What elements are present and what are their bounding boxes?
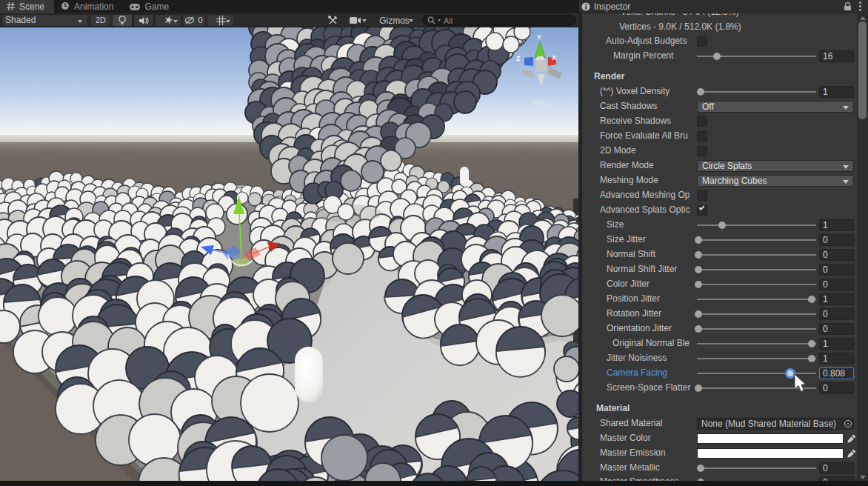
svg-text:X: X: [552, 54, 556, 61]
svg-text:Z: Z: [516, 55, 521, 62]
svg-text:Y: Y: [537, 33, 541, 41]
svg-text:Persp: Persp: [532, 99, 553, 107]
